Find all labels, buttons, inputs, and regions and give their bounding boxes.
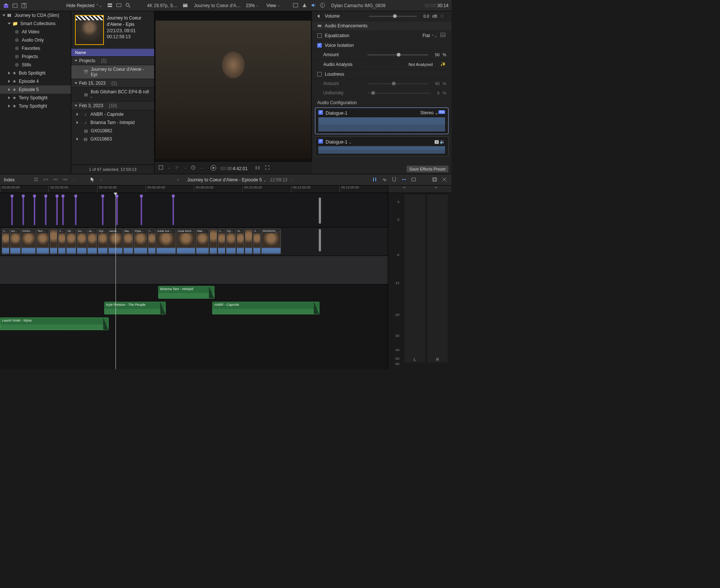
eq-editor-icon[interactable] xyxy=(440,33,446,39)
video-clip[interactable] xyxy=(210,229,217,254)
video-clip[interactable]: 20230201_… xyxy=(261,229,281,254)
browser-item[interactable]: ♪ANBR - Capriole xyxy=(71,110,154,118)
skimming-icon[interactable] xyxy=(372,177,378,183)
primary-storyline[interactable]: J…izz…GX01…Terr…J…20…izz…Ju…Dyl…westi…Ma… xyxy=(0,227,388,256)
select-tool-icon[interactable] xyxy=(90,177,96,183)
analyze-magic-icon[interactable]: ✨ xyxy=(440,61,446,67)
video-clip[interactable]: Juda McG… xyxy=(177,229,195,254)
timeline[interactable]: 00:00:00:0000:02:00:0000:04:00:0000:06:0… xyxy=(0,186,388,369)
video-clip[interactable]: Dy… xyxy=(226,229,236,254)
chapter-marker[interactable] xyxy=(45,196,46,225)
chapter-marker[interactable] xyxy=(172,196,174,225)
event-row[interactable]: ★Episode 5 xyxy=(0,85,71,94)
music-clip[interactable]: Brianna Tam - Intrepid xyxy=(158,286,214,299)
music-clip[interactable]: Kyle Preston - The People xyxy=(104,302,166,314)
loop-icon[interactable]: ▮▮ xyxy=(255,165,261,171)
browser-item[interactable]: ▤Bob Gitsham BCC EP4-B roll - xyxy=(71,88,154,101)
effects-browser-icon[interactable] xyxy=(432,177,438,183)
hide-rejected-dropdown[interactable]: Hide Rejected ⌃⌄ xyxy=(64,2,104,9)
video-clip[interactable]: 20… xyxy=(66,229,76,254)
loudness-checkbox[interactable] xyxy=(317,72,322,76)
audio-inspector-icon[interactable] xyxy=(311,3,317,9)
timeline-title[interactable]: Journey to Coeur d'Alene - Episode 5 ⌄ xyxy=(187,177,266,183)
solo-icon[interactable] xyxy=(392,177,398,183)
vi-amount-slider[interactable] xyxy=(368,54,428,55)
play-icon[interactable] xyxy=(210,165,216,171)
save-effects-preset-button[interactable]: Save Effects Preset xyxy=(406,166,448,172)
chapter-marker[interactable] xyxy=(116,196,118,225)
video-clip[interactable]: Terr… xyxy=(36,229,49,254)
playhead[interactable] xyxy=(116,193,116,369)
info-inspector-icon[interactable]: i xyxy=(320,3,326,9)
event-row[interactable]: ★Tony Spotlight xyxy=(0,102,71,110)
video-clip[interactable]: Dyl… xyxy=(98,229,108,254)
video-clip[interactable]: J… xyxy=(253,229,261,254)
audio-skimming-icon[interactable] xyxy=(382,177,388,183)
channel-layout-dropdown[interactable]: Stereo ⌄ xyxy=(420,110,439,115)
video-clip[interactable]: Ju… xyxy=(87,229,97,254)
chapter-marker[interactable] xyxy=(62,196,64,225)
search-icon[interactable] xyxy=(125,3,131,9)
connect-clip-icon[interactable] xyxy=(33,177,39,183)
enhance-icon[interactable] xyxy=(174,165,180,171)
event-row[interactable]: ★Terry Spotlight xyxy=(0,94,71,102)
music-clip[interactable]: ANBR - Capriole xyxy=(212,302,320,314)
video-clip[interactable]: izz… xyxy=(10,229,21,254)
video-clip[interactable]: J… xyxy=(58,229,66,254)
browser-column-name[interactable]: Name xyxy=(71,49,154,56)
video-clip[interactable]: Ma… xyxy=(123,229,133,254)
browser-item[interactable]: ▤GX010863 xyxy=(71,135,154,143)
smart-collection-item[interactable]: All Video xyxy=(0,28,71,36)
video-clip[interactable]: edde bur… xyxy=(156,229,176,254)
project-clapperboard-icon[interactable] xyxy=(183,3,189,9)
project-thumbnail[interactable] xyxy=(75,15,104,45)
music-lane-3[interactable]: Laurel Violet - Mysa xyxy=(0,317,388,332)
timeline-back-icon[interactable]: ‹ xyxy=(177,177,183,183)
video-inspector-icon[interactable] xyxy=(293,3,299,9)
video-clip[interactable]: i… xyxy=(148,229,156,254)
music-clip[interactable]: Laurel Violet - Mysa xyxy=(0,317,109,330)
chapter-marker[interactable] xyxy=(75,196,76,225)
insert-clip-icon[interactable] xyxy=(43,177,49,183)
browser-item[interactable]: 🎬Journey to Coeur d'Alene - Epi xyxy=(71,65,154,79)
timeline-ruler[interactable]: 00:00:00:0000:02:00:0000:04:00:0000:06:0… xyxy=(0,186,388,193)
browser-group-header[interactable]: Feb 15, 2023 (1) xyxy=(71,79,154,88)
video-clip[interactable] xyxy=(245,229,252,254)
clip-appearance-icon[interactable] xyxy=(107,3,113,9)
snapping-icon[interactable] xyxy=(401,177,407,183)
browser-group-header[interactable]: Projects (1) xyxy=(71,56,154,65)
append-clip-icon[interactable] xyxy=(53,177,59,183)
smart-collection-item[interactable]: Favorites xyxy=(0,44,71,52)
video-clip[interactable]: GX01… xyxy=(21,229,36,254)
music-lane-2[interactable]: Kyle Preston - The PeopleANBR - Capriole xyxy=(0,302,388,316)
chapter-marker[interactable] xyxy=(34,196,35,225)
titles-icon[interactable]: T xyxy=(21,3,27,9)
component-checkbox[interactable] xyxy=(318,110,323,115)
smart-collections-row[interactable]: 📁Smart Collections xyxy=(0,19,71,28)
video-clip[interactable]: Mar… xyxy=(196,229,209,254)
chapter-marker[interactable] xyxy=(141,196,142,225)
vi-amount-value[interactable]: 50 xyxy=(435,52,440,57)
voice-isolation-checkbox[interactable] xyxy=(317,43,322,48)
library-row[interactable]: Journey to CDA (Slim) xyxy=(0,11,71,19)
event-row[interactable]: ★Bob Spotlight xyxy=(0,69,71,77)
clip-display-icon[interactable] xyxy=(411,177,417,183)
chapter-marker[interactable] xyxy=(56,196,58,225)
filmstrip-icon[interactable] xyxy=(116,3,122,9)
keyframe-icon[interactable]: ◇ xyxy=(440,13,446,19)
eq-preset-dropdown[interactable]: Flat ⌃⌄ xyxy=(423,33,437,38)
timeline-index-button[interactable]: Index xyxy=(4,177,15,183)
import-icon[interactable] xyxy=(3,3,9,9)
color-inspector-icon[interactable] xyxy=(302,3,308,9)
component-checkbox[interactable] xyxy=(318,139,323,144)
zoom-dropdown[interactable]: 23% ⌄ xyxy=(243,2,261,9)
view-dropdown[interactable]: View ⌄ xyxy=(264,2,282,9)
viewer-canvas[interactable] xyxy=(156,21,311,159)
chapter-marker[interactable] xyxy=(22,196,24,225)
video-clip[interactable] xyxy=(50,229,57,254)
browser-item[interactable]: ▤GX010862 xyxy=(71,127,154,135)
volume-slider[interactable] xyxy=(369,16,417,17)
music-lane-1[interactable]: Brianna Tam - Intrepid xyxy=(0,286,388,300)
chapter-marker[interactable] xyxy=(102,196,104,225)
video-clip[interactable]: J… xyxy=(218,229,225,254)
